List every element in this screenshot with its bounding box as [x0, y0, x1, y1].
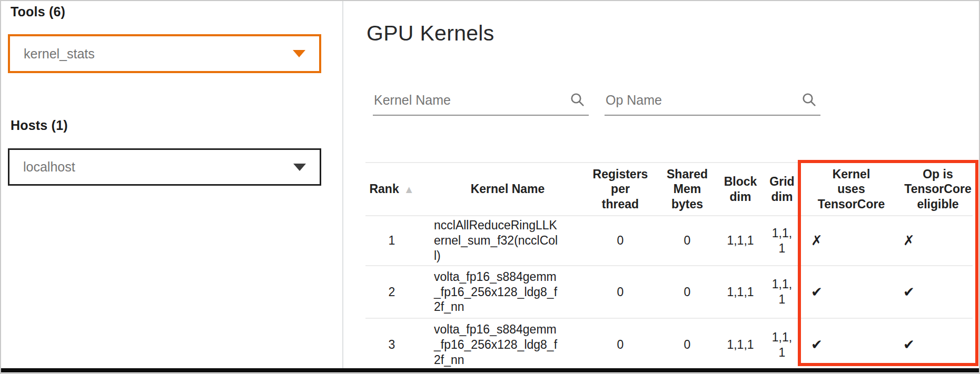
tools-dropdown-value: kernel_stats: [24, 46, 293, 62]
op-name-input[interactable]: [605, 93, 800, 111]
sidebar-divider: [342, 1, 343, 368]
kernels-table-header: Rank▲Kernel NameRegisters per threadShar…: [365, 163, 973, 216]
column-header-label: Kernel Name: [471, 182, 545, 196]
table-row: 1ncclAllReduceRingLLK ernel_sum_f32(nccl…: [365, 216, 973, 266]
column-header[interactable]: Registers per thread: [581, 163, 659, 216]
table-cell: 1,1, 1: [766, 318, 798, 371]
kernel-name-input[interactable]: [373, 93, 569, 111]
table-cell: 0: [659, 266, 715, 318]
sort-ascending-icon: ▲: [404, 184, 414, 195]
table-cell: 3: [365, 318, 418, 371]
table-cell: 2: [365, 266, 418, 318]
table-cell: volta_fp16_s884gemm _fp16_256x128_ldg8_f…: [418, 266, 581, 318]
table-cell: ✔: [892, 266, 973, 318]
kernels-table-body: 1ncclAllReduceRingLLK ernel_sum_f32(nccl…: [365, 216, 973, 371]
column-header-label: Registers per thread: [593, 167, 648, 210]
kernel-name-filter: [373, 88, 589, 116]
column-header[interactable]: Shared Mem bytes: [659, 163, 715, 216]
table-row: 3volta_fp16_s884gemm _fp16_256x128_ldg8_…: [365, 318, 973, 371]
table-cell: ✔: [892, 318, 973, 371]
table-cell: 0: [581, 318, 659, 371]
hosts-dropdown[interactable]: localhost: [8, 148, 321, 186]
table-cell: 0: [581, 266, 659, 318]
table-cell: ✔: [798, 266, 892, 318]
chevron-down-icon: [293, 50, 305, 57]
window-bottom-edge: [1, 368, 979, 372]
table-cell: 1,1, 1: [766, 216, 798, 266]
table-cell: ✗: [798, 216, 892, 266]
tools-dropdown[interactable]: kernel_stats: [8, 34, 321, 73]
column-header[interactable]: Block dim: [715, 163, 766, 216]
table-cell: 0: [659, 216, 715, 266]
column-header-label: Block dim: [724, 175, 757, 203]
column-header-label: Op is TensorCore eligible: [904, 167, 971, 210]
table-cell: 0: [581, 216, 659, 266]
search-icon: [800, 91, 817, 108]
table-cell: volta_fp16_s884gemm _fp16_256x128_ldg8_f…: [418, 318, 581, 371]
column-header[interactable]: Grid dim: [766, 163, 798, 216]
chevron-down-icon: [293, 164, 306, 171]
profiler-window: Tools (6) kernel_stats Hosts (1) localho…: [0, 0, 980, 374]
search-icon: [569, 91, 586, 108]
column-header[interactable]: Kernel uses TensorCore: [798, 163, 892, 216]
column-header-label: Shared Mem bytes: [667, 167, 708, 210]
column-header-label: Kernel uses TensorCore: [818, 167, 885, 210]
table-cell: 1,1,1: [715, 318, 766, 371]
column-header[interactable]: Op is TensorCore eligible: [892, 163, 973, 216]
page-title: GPU Kernels: [367, 21, 494, 46]
hosts-dropdown-value: localhost: [23, 159, 293, 175]
table-cell: ✗: [892, 216, 973, 266]
table-cell: 1,1,1: [715, 216, 766, 266]
table-cell: 1: [365, 216, 418, 266]
table-cell: ncclAllReduceRingLLK ernel_sum_f32(ncclC…: [418, 216, 581, 266]
tools-section-label: Tools (6): [11, 4, 65, 19]
op-name-filter: [605, 88, 820, 116]
table-cell: 0: [659, 318, 715, 371]
hosts-section-label: Hosts (1): [11, 118, 68, 133]
column-header-label: Grid dim: [769, 175, 794, 203]
table-cell: 1,1, 1: [766, 266, 798, 318]
table-cell: 1,1,1: [715, 266, 766, 318]
column-header[interactable]: Rank▲: [365, 163, 418, 216]
column-header[interactable]: Kernel Name: [418, 163, 581, 216]
table-row: 2volta_fp16_s884gemm _fp16_256x128_ldg8_…: [365, 266, 973, 318]
table-cell: ✔: [798, 318, 892, 371]
column-header-label: Rank: [369, 182, 399, 196]
kernels-table: Rank▲Kernel NameRegisters per threadShar…: [365, 162, 973, 371]
